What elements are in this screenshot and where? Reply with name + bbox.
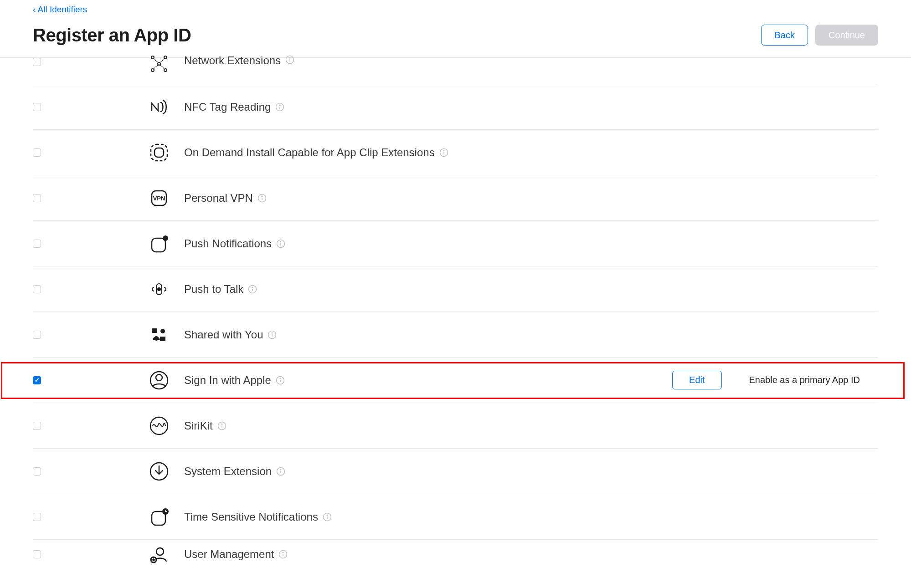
info-icon[interactable] <box>439 148 448 157</box>
capability-label: Push to Talk <box>184 283 243 296</box>
capability-actions: Edit Enable as a primary App ID <box>672 371 878 389</box>
capability-row-push-notifications: Push Notifications <box>33 221 878 266</box>
info-icon[interactable] <box>217 421 226 430</box>
capability-checkbox[interactable] <box>33 103 41 111</box>
capability-row-system-extension: System Extension <box>33 449 878 494</box>
time-sensitive-icon <box>147 505 171 529</box>
capability-row-on-demand-install: On Demand Install Capable for App Clip E… <box>33 130 878 175</box>
capability-checkbox[interactable] <box>33 58 41 66</box>
info-icon[interactable] <box>268 330 277 339</box>
info-icon[interactable] <box>248 285 257 294</box>
capability-checkbox[interactable] <box>33 148 41 157</box>
page-title: Register an App ID <box>33 25 191 46</box>
capability-checkbox[interactable] <box>33 422 41 430</box>
capability-row-time-sensitive-notifications: Time Sensitive Notifications <box>33 494 878 540</box>
info-icon[interactable] <box>275 102 284 112</box>
capability-label: Shared with You <box>184 328 263 341</box>
svg-point-55 <box>156 548 164 555</box>
capability-label: Push Notifications <box>184 237 272 250</box>
info-icon[interactable] <box>276 239 285 248</box>
svg-rect-31 <box>152 328 157 333</box>
svg-point-14 <box>443 150 444 151</box>
svg-point-6 <box>289 57 290 58</box>
capability-checkbox[interactable] <box>33 550 41 558</box>
siwa-icon <box>147 368 171 393</box>
capability-row-push-to-talk: Push to Talk <box>33 266 878 312</box>
svg-point-0 <box>151 56 154 59</box>
info-icon[interactable] <box>257 194 267 203</box>
siri-icon <box>147 414 171 438</box>
info-icon[interactable] <box>278 550 288 559</box>
capability-checkbox[interactable] <box>33 285 41 293</box>
svg-point-3 <box>164 69 167 72</box>
capability-row-sign-in-with-apple: Sign In with Apple Edit Enable as a prim… <box>33 358 878 403</box>
info-icon[interactable] <box>323 512 332 522</box>
svg-point-38 <box>156 374 162 381</box>
capability-note: Enable as a primary App ID <box>749 375 860 385</box>
svg-text:VPN: VPN <box>153 195 165 202</box>
back-button[interactable]: Back <box>761 25 808 46</box>
capability-checkbox[interactable] <box>33 513 41 521</box>
capability-row-personal-vpn: VPN Personal VPN <box>33 175 878 221</box>
svg-rect-12 <box>154 148 164 157</box>
nfc-icon <box>147 95 171 119</box>
capability-checkbox[interactable] <box>33 194 41 202</box>
page-header: Register an App ID Back Continue <box>0 15 911 58</box>
capability-label: SiriKit <box>184 419 213 432</box>
capability-row-sirikit: SiriKit <box>33 403 878 449</box>
svg-point-24 <box>280 241 281 242</box>
capability-label: Personal VPN <box>184 192 253 205</box>
svg-rect-11 <box>151 144 167 161</box>
svg-point-1 <box>164 56 167 59</box>
capability-label: NFC Tag Reading <box>184 101 271 113</box>
capability-checkbox[interactable] <box>33 331 41 339</box>
capability-row-user-management: User Management <box>33 540 878 569</box>
svg-rect-21 <box>152 238 165 252</box>
system-ext-icon <box>147 459 171 484</box>
capability-label: User Management <box>184 548 274 561</box>
svg-point-22 <box>163 235 168 241</box>
svg-point-32 <box>160 329 165 333</box>
svg-point-60 <box>283 552 284 553</box>
app-clip-icon <box>147 140 171 165</box>
network-extensions-icon <box>147 51 171 76</box>
breadcrumb: ‹ All Identifiers <box>0 0 911 15</box>
capability-checkbox[interactable] <box>33 376 41 384</box>
svg-point-4 <box>158 62 160 65</box>
svg-point-35 <box>272 332 273 333</box>
info-icon[interactable] <box>276 467 285 476</box>
capability-checkbox[interactable] <box>33 467 41 476</box>
user-management-icon <box>147 542 171 567</box>
capability-row-network-extensions: Network Extensions <box>33 58 878 84</box>
shared-icon <box>147 322 171 347</box>
svg-point-40 <box>280 378 281 379</box>
continue-button[interactable]: Continue <box>815 25 878 46</box>
vpn-icon: VPN <box>147 186 171 210</box>
capability-checkbox[interactable] <box>33 240 41 248</box>
capability-row-shared-with-you: Shared with You <box>33 312 878 358</box>
svg-point-44 <box>221 424 222 424</box>
svg-point-29 <box>252 287 253 288</box>
capability-label: System Extension <box>184 465 272 478</box>
capability-label: Sign In with Apple <box>184 374 271 387</box>
svg-point-19 <box>262 196 262 197</box>
capability-label: Network Extensions <box>184 54 281 67</box>
svg-point-58 <box>153 559 154 561</box>
svg-point-48 <box>280 469 281 470</box>
push-to-talk-icon <box>147 277 171 302</box>
push-icon <box>147 231 171 256</box>
info-icon[interactable] <box>285 55 294 64</box>
svg-point-53 <box>327 515 328 516</box>
capability-label: Time Sensitive Notifications <box>184 511 318 523</box>
breadcrumb-link[interactable]: ‹ All Identifiers <box>33 5 87 14</box>
info-icon[interactable] <box>276 376 285 385</box>
svg-point-27 <box>158 288 160 291</box>
svg-point-2 <box>151 69 154 72</box>
header-actions: Back Continue <box>761 25 878 46</box>
edit-button[interactable]: Edit <box>672 371 721 389</box>
capabilities-list: Network Extensions NFC Tag Reading <box>0 58 911 569</box>
capability-row-nfc-tag-reading: NFC Tag Reading <box>33 84 878 130</box>
svg-point-9 <box>280 105 281 106</box>
capability-label: On Demand Install Capable for App Clip E… <box>184 146 435 159</box>
